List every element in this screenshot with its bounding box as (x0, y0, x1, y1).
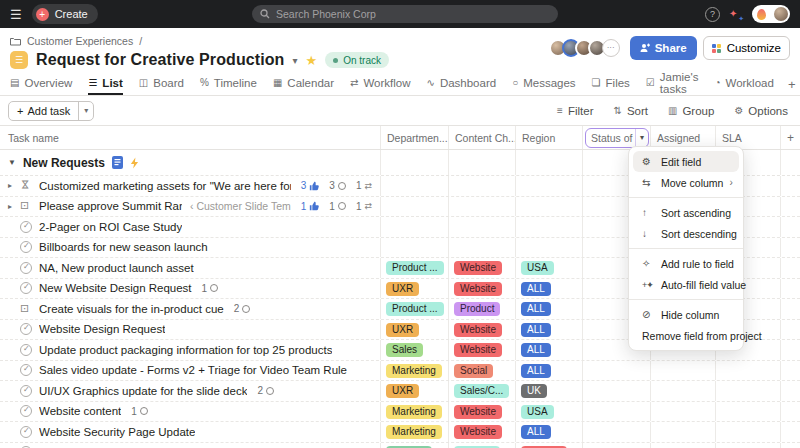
assigned-cell[interactable] (650, 443, 715, 448)
department-cell[interactable] (380, 238, 448, 258)
sla-cell[interactable] (715, 422, 780, 442)
share-button[interactable]: Share (630, 36, 697, 60)
comments-count[interactable]: 3 (329, 180, 346, 191)
department-tag[interactable]: UXR (386, 282, 419, 296)
view-tab[interactable]: Workflow (350, 74, 410, 95)
content-channel-cell[interactable]: Social (448, 361, 515, 381)
task-row[interactable]: ▸ (0, 443, 800, 448)
menu-item[interactable]: Edit field (633, 151, 739, 172)
menu-item[interactable]: Auto-fill field value (633, 274, 739, 295)
comments-count[interactable]: 1 (131, 406, 148, 417)
status-cell[interactable] (582, 361, 650, 381)
menu-item[interactable]: Sort descending (633, 223, 739, 244)
expand-arrow-icon[interactable]: ▸ (8, 366, 20, 375)
view-tab[interactable]: Workload (714, 74, 773, 95)
toolbar-control[interactable]: Options (734, 105, 788, 117)
more-members-button[interactable]: ··· (602, 39, 620, 57)
region-cell[interactable]: USA (515, 402, 582, 422)
chevron-down-icon[interactable]: ▾ (635, 129, 648, 147)
task-type-icon[interactable] (20, 180, 32, 192)
region-cell[interactable]: ALL (515, 361, 582, 381)
department-tag[interactable]: Product ... (386, 302, 444, 316)
task-name[interactable]: UI/UX Graphics update for the slide deck (39, 385, 247, 397)
region-tag[interactable]: ALL (521, 343, 551, 357)
collapse-caret-icon[interactable]: ▼ (8, 158, 16, 167)
content-channel-cell[interactable]: Website (448, 279, 515, 299)
task-type-icon[interactable] (20, 405, 32, 417)
view-tab[interactable]: List (88, 74, 122, 95)
content-channel-cell[interactable] (448, 217, 515, 237)
department-cell[interactable]: UXR (380, 381, 448, 401)
create-button[interactable]: + Create (32, 4, 98, 24)
column-header-task-name[interactable]: Task name (0, 126, 380, 149)
expand-arrow-icon[interactable]: ▸ (8, 304, 20, 313)
region-cell[interactable] (515, 197, 582, 217)
department-cell[interactable]: Product ... (380, 258, 448, 278)
breadcrumb-label[interactable]: Customer Experiences (27, 35, 133, 47)
task-type-icon[interactable] (20, 323, 32, 335)
expand-arrow-icon[interactable]: ▸ (8, 202, 20, 211)
content-channel-tag[interactable]: Website (454, 405, 502, 419)
content-channel-cell[interactable]: Website (448, 258, 515, 278)
template-ref[interactable]: ‹ Customer Slide Tem (190, 200, 291, 212)
department-cell[interactable] (380, 443, 448, 448)
region-cell[interactable]: ALL (515, 340, 582, 360)
region-tag[interactable]: ALL (521, 425, 551, 439)
task-type-icon[interactable] (20, 303, 32, 315)
view-tab[interactable]: Calendar (273, 74, 334, 95)
add-view-button[interactable]: + (788, 74, 796, 95)
region-cell[interactable]: UK (515, 381, 582, 401)
task-name[interactable]: Create visuals for the in-product cue (39, 303, 224, 315)
content-channel-tag[interactable]: Social (454, 364, 493, 378)
department-cell[interactable]: Marketing (380, 422, 448, 442)
content-channel-tag[interactable]: Website (454, 425, 502, 439)
region-tag[interactable]: USA (521, 405, 554, 419)
menu-item[interactable]: Move column › (633, 172, 739, 193)
content-channel-tag[interactable]: Website (454, 323, 502, 337)
view-tab[interactable]: Board (139, 74, 184, 95)
department-cell[interactable]: UXR (380, 320, 448, 340)
task-type-icon[interactable] (20, 241, 32, 253)
content-channel-cell[interactable] (448, 238, 515, 258)
task-name[interactable]: Website content (39, 405, 121, 417)
comments-count[interactable]: 1 (329, 201, 346, 212)
task-type-icon[interactable] (20, 364, 32, 376)
toolbar-control[interactable]: Sort (613, 105, 647, 117)
department-cell[interactable] (380, 217, 448, 237)
task-row[interactable]: ▸ UI/UX Graphics update for the slide de… (0, 381, 800, 402)
department-tag[interactable]: Marketing (386, 364, 442, 378)
dependencies-count[interactable]: 1 ⇄ (356, 201, 372, 212)
status-badge[interactable]: On track (325, 52, 389, 68)
region-cell[interactable] (515, 217, 582, 237)
department-tag[interactable]: UXR (386, 384, 419, 398)
sla-cell[interactable] (715, 443, 780, 448)
view-tab[interactable]: Jamie's tasks (646, 74, 699, 95)
region-cell[interactable] (515, 176, 582, 196)
task-name[interactable]: Please approve Summit Range final logo. (39, 200, 182, 212)
department-cell[interactable] (380, 176, 448, 196)
comments-count[interactable]: 2 (257, 385, 274, 396)
task-name[interactable]: NA, New product launch asset (39, 262, 194, 274)
comments-count[interactable]: 2 (234, 303, 251, 314)
view-tab[interactable]: Timeline (200, 74, 257, 95)
member-avatars[interactable]: ··· (549, 39, 620, 57)
expand-arrow-icon[interactable]: ▸ (8, 386, 20, 395)
content-channel-cell[interactable] (448, 443, 515, 448)
task-type-icon[interactable] (20, 385, 32, 397)
favorite-star-icon[interactable]: ★ (306, 53, 318, 68)
region-tag[interactable]: ALL (521, 282, 551, 296)
region-cell[interactable]: USA (515, 258, 582, 278)
task-name[interactable]: Customized marketing assets for "We are … (39, 180, 291, 192)
expand-arrow-icon[interactable]: ▸ (8, 345, 20, 354)
task-name[interactable]: Website Design Request (39, 323, 165, 335)
ai-sparkle-icon[interactable]: ✦✦ (729, 7, 743, 21)
customize-button[interactable]: Customize (703, 36, 790, 60)
department-cell[interactable]: Marketing (380, 402, 448, 422)
department-cell[interactable]: Product ... (380, 299, 448, 319)
department-cell[interactable]: Sales (380, 340, 448, 360)
content-channel-cell[interactable]: Product (448, 299, 515, 319)
assigned-cell[interactable] (650, 381, 715, 401)
region-tag[interactable]: USA (521, 261, 554, 275)
status-cell[interactable] (582, 422, 650, 442)
content-channel-tag[interactable]: Website (454, 343, 502, 357)
